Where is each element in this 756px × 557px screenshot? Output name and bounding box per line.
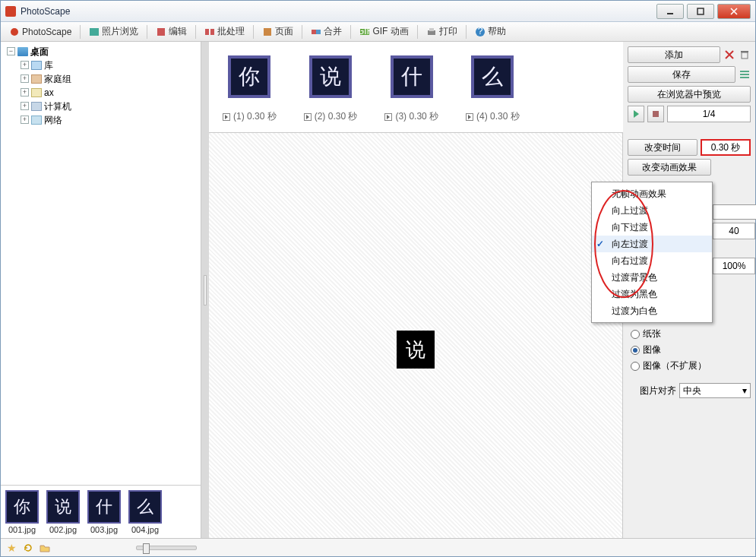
vertical-splitter[interactable]: [201, 42, 209, 538]
tab-combine[interactable]: 合并: [305, 23, 347, 40]
gif-icon: GIF: [359, 27, 370, 37]
save-button[interactable]: 保存: [628, 66, 735, 83]
frame-tile: 说: [309, 55, 352, 98]
trash-icon[interactable]: [739, 49, 751, 61]
frame-caption: (3) 0.30 秒: [395, 110, 438, 123]
slider-knob[interactable]: [143, 543, 150, 554]
window-title: PhotoScape: [21, 6, 70, 17]
tab-photoscape[interactable]: PhotoScape: [4, 24, 77, 40]
list-icon[interactable]: [739, 68, 751, 81]
expand-icon[interactable]: +: [21, 116, 29, 124]
gif-frame[interactable]: 说 (2) 0.30 秒: [304, 55, 358, 128]
maximize-button[interactable]: [687, 4, 714, 19]
open-folder-icon[interactable]: [39, 542, 51, 554]
radio-image-noexpand[interactable]: 图像（不扩展）: [628, 358, 751, 374]
minimize-button[interactable]: [656, 4, 684, 19]
thumbnail-image: 说: [46, 490, 80, 524]
thumbnail[interactable]: 什003.jpg: [86, 490, 122, 534]
tree-item-homegroup[interactable]: +家庭组: [31, 72, 196, 86]
svg-rect-1: [697, 8, 704, 14]
preview-frame: 说: [397, 331, 435, 369]
delete-icon[interactable]: [723, 49, 735, 61]
expand-icon[interactable]: +: [21, 74, 29, 83]
svg-rect-9: [316, 30, 321, 34]
stop-button[interactable]: [647, 106, 664, 122]
value-40[interactable]: 40: [713, 223, 755, 239]
tree-item-user[interactable]: +ax: [31, 86, 196, 100]
gif-frame[interactable]: 什 (3) 0.30 秒: [384, 55, 438, 128]
tab-page[interactable]: 页面: [257, 23, 299, 40]
preview-canvas: 说: [209, 133, 623, 538]
main-body: −桌面 +库 +家庭组 +ax +计算机 +网络 你001.jpg 说002.j…: [1, 42, 755, 538]
tree-root[interactable]: −桌面 +库 +家庭组 +ax +计算机 +网络: [17, 45, 196, 127]
value-100pct[interactable]: 100%: [713, 258, 755, 274]
tab-help[interactable]: ?帮助: [470, 23, 511, 40]
gif-frame[interactable]: 你 (1) 0.30 秒: [223, 55, 277, 128]
svg-rect-0: [667, 13, 673, 14]
thumbnail[interactable]: 你001.jpg: [4, 490, 40, 534]
right-panel: 添加 保存 在浏览器中预览 1/4 改变时间 0.30 秒 改变动画效果: [623, 42, 755, 538]
effect-option[interactable]: 向右过渡: [592, 252, 712, 269]
effect-option[interactable]: 过渡为白色: [592, 302, 712, 319]
star-icon[interactable]: ★: [5, 542, 17, 554]
play-button[interactable]: [628, 106, 644, 122]
frame-caption: (1) 0.30 秒: [233, 110, 277, 123]
thumbnail-image: 么: [128, 490, 162, 524]
zoom-slider[interactable]: [136, 546, 197, 550]
combo-small[interactable]: ▾: [713, 204, 756, 220]
change-time-button[interactable]: 改变时间: [628, 139, 697, 156]
chevron-down-icon: ▾: [742, 385, 747, 396]
play-mini-icon: [384, 113, 392, 121]
tab-browse[interactable]: 照片浏览: [84, 23, 144, 40]
thumbnail-filename: 001.jpg: [8, 525, 36, 534]
combine-icon: [311, 27, 321, 37]
svg-rect-7: [264, 28, 271, 36]
photoscape-icon: [9, 27, 20, 37]
effect-option[interactable]: 无帧动画效果: [592, 185, 712, 202]
radio-icon: [631, 362, 640, 371]
effect-dropdown[interactable]: 无帧动画效果 向上过渡 向下过渡 ✓向左过渡 向右过渡 过渡背景色 过渡为黑色 …: [591, 182, 713, 323]
radio-paper[interactable]: 纸张: [628, 326, 751, 342]
svg-rect-8: [312, 30, 316, 34]
expand-icon[interactable]: +: [21, 102, 29, 110]
change-effect-button[interactable]: 改变动画效果: [628, 159, 711, 176]
align-combo[interactable]: 中央▾: [679, 383, 751, 398]
radio-image[interactable]: 图像: [628, 342, 751, 358]
thumbnail[interactable]: 么004.jpg: [127, 490, 163, 534]
statusbar: ★: [1, 538, 755, 556]
effect-option[interactable]: 向下过渡: [592, 219, 712, 236]
play-icon: [634, 110, 639, 118]
tree-item-lib[interactable]: +库: [31, 59, 196, 72]
frames-row: 你 (1) 0.30 秒 说 (2) 0.30 秒 什 (3) 0.30 秒 么…: [209, 42, 623, 133]
effect-option[interactable]: 过渡背景色: [592, 269, 712, 286]
collapse-icon[interactable]: −: [7, 47, 15, 55]
app-icon: [5, 6, 16, 17]
thumbnail[interactable]: 说002.jpg: [45, 490, 81, 534]
expand-icon[interactable]: +: [21, 88, 29, 97]
thumbnail-filename: 004.jpg: [131, 525, 159, 534]
main-toolbar: PhotoScape 照片浏览 编辑 批处理 页面 合并 GIFGIF 动画 打…: [1, 22, 755, 42]
tree-item-computer[interactable]: +计算机: [31, 100, 196, 113]
app-window: PhotoScape PhotoScape 照片浏览 编辑 批处理 页面 合并 …: [0, 0, 756, 557]
svg-rect-18: [740, 71, 749, 72]
effect-option[interactable]: 过渡为黑色: [592, 286, 712, 302]
refresh-icon[interactable]: [22, 542, 34, 554]
effect-option-selected[interactable]: ✓向左过渡: [592, 236, 712, 252]
preview-browser-button[interactable]: 在浏览器中预览: [628, 86, 751, 103]
tree-item-network[interactable]: +网络: [31, 113, 196, 127]
print-icon: [426, 27, 437, 37]
gif-frame[interactable]: 么 (4) 0.30 秒: [466, 55, 520, 128]
radio-icon-checked: [631, 346, 640, 355]
tab-print[interactable]: 打印: [421, 23, 463, 40]
close-button[interactable]: [717, 4, 751, 19]
tab-edit[interactable]: 编辑: [150, 23, 192, 40]
radio-icon: [631, 330, 640, 339]
tab-gif[interactable]: GIFGIF 动画: [354, 23, 413, 40]
add-button[interactable]: 添加: [628, 46, 720, 63]
expand-icon[interactable]: +: [21, 61, 29, 69]
frame-tile: 你: [228, 55, 270, 98]
tab-batch[interactable]: 批处理: [199, 23, 250, 40]
effect-option[interactable]: 向上过渡: [592, 202, 712, 219]
time-value-box[interactable]: 0.30 秒: [701, 139, 751, 156]
folder-tree[interactable]: −桌面 +库 +家庭组 +ax +计算机 +网络: [1, 42, 201, 485]
